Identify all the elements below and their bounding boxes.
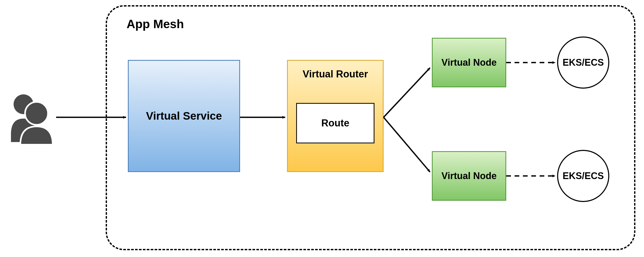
virtual-node-1-box: Virtual Node [432, 38, 506, 87]
users-icon [5, 90, 55, 145]
diagram-canvas: App Mesh Virtual Service Virtual Router … [0, 0, 644, 257]
eks-ecs-1-label: EKS/ECS [563, 57, 604, 68]
virtual-service-box: Virtual Service [128, 60, 240, 172]
virtual-node-1-label: Virtual Node [442, 57, 497, 68]
virtual-node-2-label: Virtual Node [442, 170, 497, 181]
eks-ecs-1-circle: EKS/ECS [557, 36, 609, 89]
virtual-service-label: Virtual Service [146, 110, 222, 122]
route-box: Route [296, 103, 374, 143]
route-label: Route [321, 118, 349, 129]
svg-point-1 [25, 102, 48, 125]
eks-ecs-2-label: EKS/ECS [563, 170, 604, 181]
virtual-router-label: Virtual Router [303, 69, 368, 80]
virtual-node-2-box: Virtual Node [432, 151, 506, 201]
app-mesh-title: App Mesh [127, 17, 184, 31]
eks-ecs-2-circle: EKS/ECS [557, 150, 609, 202]
